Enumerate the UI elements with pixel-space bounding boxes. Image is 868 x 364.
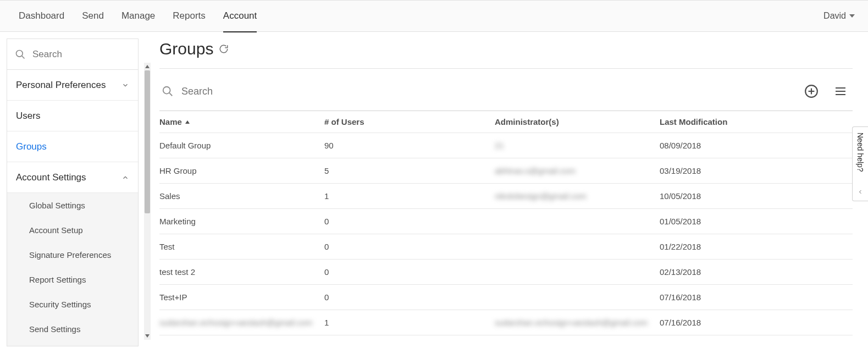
table-row[interactable]: Sales1nikolobesign@gmail.com10/05/2018	[159, 184, 853, 209]
table-row[interactable]: sudarshan.echosign+aeslash@gmail.com1sud…	[159, 310, 853, 335]
svg-point-2	[163, 87, 170, 94]
cell-name: Marketing	[159, 217, 324, 226]
sidebar-sub-send-settings[interactable]: Send Settings	[7, 317, 138, 341]
top-nav-left: Dashboard Send Manage Reports Account	[10, 0, 266, 32]
search-icon	[15, 49, 26, 60]
table-row[interactable]: Marketing001/05/2018	[159, 209, 853, 234]
sidebar-sub-report-settings[interactable]: Report Settings	[7, 267, 138, 292]
refresh-icon[interactable]	[219, 44, 229, 54]
cell-modified: 08/09/2018	[660, 141, 853, 150]
user-menu[interactable]: David	[823, 11, 858, 21]
cell-users: 0	[324, 267, 495, 277]
sidebar-item-personal-preferences[interactable]: Personal Preferences	[7, 70, 138, 101]
table-row[interactable]: Test+IP007/16/2018	[159, 285, 853, 310]
table-row[interactable]: HR Group5abhinav.s@gmail.com03/19/2018	[159, 158, 853, 184]
sidebar-scrollbar[interactable]	[144, 63, 151, 340]
column-header-label: # of Users	[324, 117, 364, 126]
page-title: Groups	[159, 40, 213, 58]
sidebar: Personal Preferences Users Groups Accoun…	[7, 38, 139, 346]
main-layout: Personal Preferences Users Groups Accoun…	[0, 32, 868, 364]
top-nav: Dashboard Send Manage Reports Account Da…	[0, 0, 868, 32]
page-header: Groups	[159, 40, 853, 69]
cell-modified: 03/19/2018	[660, 166, 853, 175]
cell-users: 0	[324, 242, 495, 251]
svg-point-0	[16, 50, 23, 57]
cell-name: sudarshan.echosign+aeslash@gmail.com	[159, 318, 324, 327]
column-header-admins[interactable]: Administrator(s)	[495, 117, 660, 126]
nav-account[interactable]: Account	[214, 0, 266, 32]
nav-label: Manage	[121, 10, 155, 21]
sidebar-item-groups[interactable]: Groups	[7, 131, 138, 162]
menu-icon[interactable]	[834, 85, 847, 98]
sidebar-sub-label: Account Setup	[29, 225, 83, 235]
svg-line-1	[22, 56, 25, 58]
content-area: Groups	[143, 32, 868, 364]
sidebar-subnav-account-settings: Global Settings Account Setup Signature …	[7, 193, 138, 346]
scrollbar-thumb[interactable]	[145, 70, 150, 213]
nav-label: Send	[82, 10, 104, 21]
cell-users: 1	[324, 318, 495, 327]
cell-users: 0	[324, 293, 495, 302]
cell-users: 5	[324, 166, 495, 175]
search-icon	[162, 85, 174, 97]
column-header-label: Name	[159, 117, 182, 126]
sidebar-sub-account-setup[interactable]: Account Setup	[7, 218, 138, 242]
toolbar-actions	[804, 84, 853, 98]
sidebar-item-label: Personal Preferences	[16, 80, 106, 91]
cell-users: 1	[324, 191, 495, 201]
sidebar-sub-global-settings[interactable]: Global Settings	[7, 193, 138, 218]
add-button[interactable]	[804, 84, 819, 98]
nav-reports[interactable]: Reports	[164, 0, 214, 32]
sidebar-sub-label: Send Settings	[29, 324, 80, 334]
sidebar-sub-label: Global Settings	[29, 201, 85, 210]
table-row[interactable]: test test 2002/13/2018	[159, 260, 853, 285]
column-header-users[interactable]: # of Users	[324, 117, 495, 126]
cell-users: 90	[324, 141, 495, 150]
svg-line-3	[169, 93, 172, 96]
table-search-input[interactable]	[181, 86, 346, 97]
nav-label: Reports	[173, 10, 206, 21]
sidebar-sub-label: Signature Preferences	[29, 250, 111, 260]
nav-manage[interactable]: Manage	[113, 0, 164, 32]
sidebar-item-account-settings[interactable]: Account Settings	[7, 162, 138, 193]
cell-admin: sudarshan.echosign+aeslash@gmail.com	[495, 318, 660, 327]
sidebar-container: Personal Preferences Users Groups Accoun…	[0, 32, 143, 364]
cell-users: 0	[324, 217, 495, 226]
sidebar-sub-signature-preferences[interactable]: Signature Preferences	[7, 242, 138, 267]
sidebar-item-label: Groups	[16, 141, 47, 152]
help-label: Need help?	[856, 133, 865, 172]
cell-modified: 10/05/2018	[660, 191, 853, 201]
chevron-up-icon	[121, 174, 129, 181]
table-row[interactable]: Test001/22/2018	[159, 234, 853, 260]
table-row[interactable]: Default Group902108/09/2018	[159, 133, 853, 158]
user-name: David	[823, 11, 846, 21]
sidebar-sub-message-templates[interactable]: Message Templates	[7, 341, 138, 346]
column-header-modified[interactable]: Last Modification	[660, 117, 853, 126]
scroll-up-icon[interactable]	[145, 64, 150, 69]
cell-modified: 01/22/2018	[660, 242, 853, 251]
chevron-left-icon	[857, 189, 864, 195]
sidebar-sub-label: Security Settings	[29, 300, 91, 309]
nav-label: Account	[223, 10, 257, 21]
sidebar-item-label: Users	[16, 111, 40, 122]
cell-name: HR Group	[159, 166, 324, 175]
help-tab[interactable]: Need help?	[852, 126, 868, 201]
table-search[interactable]	[159, 85, 346, 97]
cell-name: Default Group	[159, 141, 324, 150]
cell-name: Test	[159, 242, 324, 251]
sidebar-search[interactable]	[7, 39, 138, 70]
sidebar-nav: Personal Preferences Users Groups Accoun…	[7, 70, 138, 346]
cell-modified: 02/13/2018	[660, 267, 853, 277]
nav-dashboard[interactable]: Dashboard	[10, 0, 73, 32]
table-body: Default Group902108/09/2018HR Group5abhi…	[159, 133, 853, 335]
column-header-name[interactable]: Name	[159, 117, 324, 126]
sidebar-item-users[interactable]: Users	[7, 101, 138, 131]
cell-modified: 07/16/2018	[660, 318, 853, 327]
cell-name: test test 2	[159, 267, 324, 277]
scroll-down-icon[interactable]	[145, 333, 150, 339]
column-header-label: Last Modification	[660, 117, 727, 126]
cell-name: Test+IP	[159, 293, 324, 302]
sidebar-sub-security-settings[interactable]: Security Settings	[7, 292, 138, 317]
sidebar-search-input[interactable]	[32, 49, 139, 60]
nav-send[interactable]: Send	[73, 0, 113, 32]
